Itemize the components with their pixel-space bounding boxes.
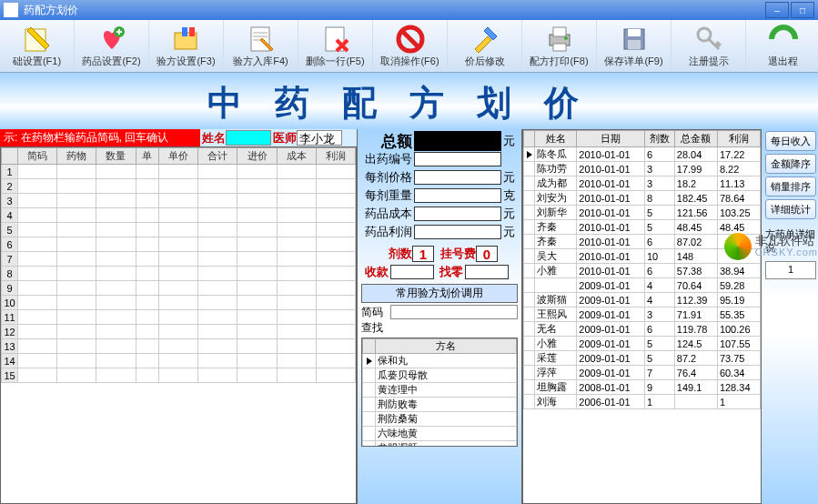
folder-flag-icon: [171, 24, 202, 55]
svg-rect-3: [189, 27, 195, 36]
key-icon: [693, 24, 724, 55]
svg-rect-10: [553, 44, 566, 51]
window-title: 药配方划价: [24, 3, 763, 18]
recipe-search-label: 简码查找: [361, 305, 390, 336]
recipe-search-input[interactable]: [390, 305, 518, 319]
recipe-title: 常用验方划价调用: [361, 284, 518, 303]
sales-sort-button[interactable]: 销量排序: [765, 176, 816, 197]
maximize-button[interactable]: □: [791, 2, 814, 18]
content: 示: 在药物栏输药品简码, 回车确认 姓名 医师 李小龙 简码药物数量单单价合计…: [0, 129, 818, 504]
side-buttons: 每日收入 金额降序 销量排序 详细统计 方药单详细说 1: [762, 129, 818, 504]
exit-button[interactable]: 退出程: [746, 20, 818, 72]
delete-row-button[interactable]: 删除一行(F5): [298, 20, 373, 72]
document-edit-icon: [246, 24, 277, 55]
recipe-item[interactable]: 六味地黄: [376, 427, 517, 441]
recipe-item[interactable]: 黄连理中: [376, 383, 517, 398]
drug-grid[interactable]: 简码药物数量单单价合计进价成本利润 123456789101112131415: [0, 146, 357, 504]
amount-sort-button[interactable]: 金额降序: [765, 154, 816, 174]
recipe-item[interactable]: 荆防桑菊: [376, 412, 517, 427]
toolbar: 础设置(F1) 药品设置(F2) 验方设置(F3) 验方入库F4) 删除一行(F…: [0, 20, 818, 73]
recipe-item[interactable]: 荆防败毒: [376, 398, 517, 412]
doctor-value: 李小龙: [297, 130, 342, 146]
name-input[interactable]: [226, 130, 271, 146]
zhaoling-label: 找零: [436, 264, 463, 280]
guahao-label: 挂号费: [434, 246, 476, 262]
jishu-input[interactable]: 1: [412, 246, 434, 262]
right-panel: 姓名日期剂数总金额利润 陈冬瓜2010-01-01628.0417.22陈功劳2…: [522, 129, 818, 504]
shoukuan-label: 收款: [361, 264, 389, 280]
drug-settings-button[interactable]: 药品设置(F2): [75, 20, 149, 72]
svg-rect-5: [251, 27, 269, 51]
total-value: [414, 131, 501, 151]
disk-icon: [619, 24, 650, 55]
recipe-item[interactable]: 保和丸: [376, 354, 517, 368]
price-edit-button[interactable]: 价后修改: [448, 20, 522, 72]
minimize-button[interactable]: –: [765, 2, 789, 18]
total-label: 总额: [361, 131, 412, 152]
detail-stats-button[interactable]: 详细统计: [765, 199, 816, 219]
left-panel: 示: 在药物栏输药品简码, 回车确认 姓名 医师 李小龙 简码药物数量单单价合计…: [0, 129, 357, 504]
summary-panel: 总额 元 出药编号每剂价格元每剂重量克药品成本元药品利润元 剂数 1 挂号费 0…: [357, 129, 522, 504]
recipe-item[interactable]: 龙胆泻肝: [376, 441, 517, 448]
prescription-settings-button[interactable]: 验方设置(F3): [149, 20, 224, 72]
doctor-label: 医师: [273, 130, 297, 146]
recipe-item[interactable]: 瓜蒌贝母散: [376, 368, 517, 383]
page-title: 中药配方划价: [0, 73, 818, 129]
daily-income-button[interactable]: 每日收入: [765, 131, 816, 151]
svg-rect-4: [182, 27, 187, 36]
prescription-import-button[interactable]: 验方入库F4): [224, 20, 298, 72]
document-delete-icon: [320, 24, 351, 55]
guahao-input[interactable]: 0: [476, 246, 498, 262]
forbidden-icon: [395, 24, 426, 55]
hint-bar: 示: 在药物栏输药品简码, 回车确认: [0, 129, 200, 146]
recipe-list[interactable]: 方名 保和丸瓜蒌贝母散黄连理中荆防败毒荆防桑菊六味地黄龙胆泻肝: [361, 338, 518, 447]
history-grid[interactable]: 姓名日期剂数总金额利润 陈冬瓜2010-01-01628.0417.22陈功劳2…: [522, 129, 762, 504]
svg-point-11: [564, 36, 568, 40]
basic-settings-button[interactable]: 础设置(F1): [0, 20, 75, 72]
register-button[interactable]: 注册提示: [672, 20, 746, 72]
svg-rect-9: [553, 27, 566, 36]
detail-label: 方药单详细说: [765, 227, 816, 255]
print-button[interactable]: 配方打印(F8): [522, 20, 597, 72]
tools-icon: [470, 24, 500, 55]
save-detail-button[interactable]: 保存详单(F9): [597, 20, 672, 72]
zhaoling-value: [465, 265, 509, 279]
app-icon: [4, 3, 18, 17]
jishu-label: 剂数: [361, 246, 412, 262]
pager[interactable]: 1: [765, 261, 816, 279]
pencil-note-icon: [22, 24, 53, 55]
svg-rect-13: [628, 29, 641, 36]
shoukuan-input[interactable]: [390, 265, 434, 279]
name-label: 姓名: [202, 130, 226, 146]
heart-plus-icon: [96, 24, 127, 55]
exit-icon: [768, 24, 799, 55]
svg-rect-14: [628, 40, 641, 49]
titlebar: 药配方划价 – □: [0, 0, 818, 20]
cancel-button[interactable]: 取消操作(F6): [373, 20, 448, 72]
printer-icon: [544, 24, 575, 55]
